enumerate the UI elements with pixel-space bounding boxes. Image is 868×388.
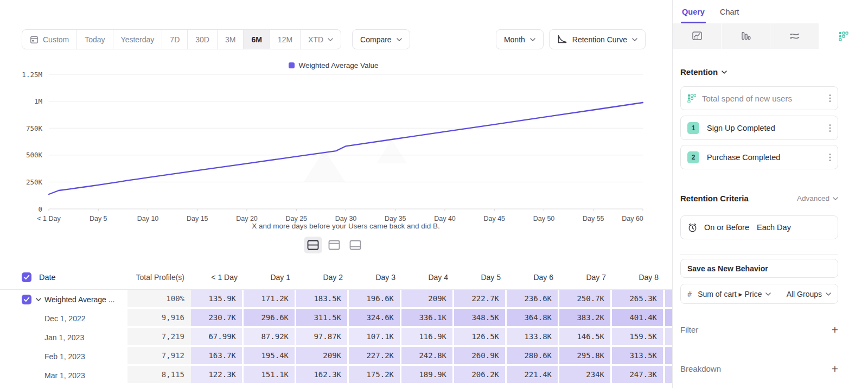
column-header-day-6[interactable]: Day 6 [507,265,559,289]
table-cell[interactable]: 175.2K [349,366,401,385]
table-cell[interactable]: 221.4K [507,366,559,385]
criteria-card[interactable]: On or Before Each Day [680,215,838,239]
table-cell[interactable]: 311.5K [296,309,349,328]
tab-query[interactable]: Query [682,0,705,23]
table-cell[interactable]: 383.2K [559,309,612,328]
table-cell[interactable]: 196.6K [349,290,401,309]
retention-line-series[interactable] [49,103,643,194]
table-cell[interactable]: 107.1K [349,328,401,347]
behavior-card[interactable]: Total spend of new users [680,86,838,110]
table-cell[interactable]: 296.6K [244,309,296,328]
step-event-label[interactable]: Purchase Completed [707,153,780,162]
table-cell[interactable]: 171.2K [244,290,296,309]
chart-type-tab-bar[interactable] [722,23,770,49]
column-header-day-1[interactable]: Day 1 [244,265,296,289]
compare-button[interactable]: Compare [352,29,410,49]
table-cell[interactable]: 236.6K [507,290,559,309]
criteria-condition[interactable]: On or Before [704,223,749,232]
chart-type-tab-flows[interactable] [770,23,819,49]
date-range-3m[interactable]: 3M [217,30,243,49]
add-breakdown-button[interactable]: + [832,363,838,374]
column-header-day-7[interactable]: Day 7 [559,265,612,289]
column-header-day-5[interactable]: Day 5 [454,265,507,289]
save-behavior-button[interactable]: Save as New Behavior [680,259,838,278]
table-cell[interactable]: 260.9K [454,347,507,366]
row-checkbox[interactable] [22,295,31,304]
table-cell[interactable]: 295.8K [559,347,612,366]
column-header--1-day[interactable]: < 1 Day [191,265,244,289]
date-range-30d[interactable]: 30D [187,30,217,49]
table-cell[interactable]: 324.6K [349,309,401,328]
row-label[interactable]: Jan 1, 2023 [44,333,127,342]
granularity-button[interactable]: Month [496,29,544,49]
table-view-toggle[interactable] [346,237,365,253]
date-range-xtd[interactable]: XTD [300,30,341,49]
table-cell[interactable]: 189.9K [401,366,454,385]
group-dropdown[interactable]: All Groups [787,290,831,298]
kebab-menu-icon[interactable] [829,153,831,162]
table-cell[interactable]: 122.3K [191,366,244,385]
chart-legend[interactable]: Weighted Average Value [22,61,646,69]
chart-view-toggle[interactable] [325,237,343,253]
table-cell[interactable]: 162.3K [296,366,349,385]
table-cell[interactable]: 163.7K [191,347,244,366]
table-cell[interactable]: 195.4K [244,347,296,366]
date-range-7d[interactable]: 7D [162,30,187,49]
table-cell[interactable]: 206.2K [454,366,507,385]
chart-type-tab-retention[interactable] [819,23,868,49]
table-cell[interactable]: 67.99K [191,328,244,347]
table-cell[interactable]: 97.87K [296,328,349,347]
behavior-step[interactable]: 1Sign Up Completed [680,116,838,140]
column-header-date[interactable]: Date [33,273,127,282]
date-range-12m[interactable]: 12M [270,30,300,49]
date-range-today[interactable]: Today [76,30,112,49]
column-header-day-4[interactable]: Day 4 [401,265,454,289]
table-cell[interactable]: 159.5K [612,328,665,347]
table-cell[interactable]: 135.9K [191,290,244,309]
kebab-menu-icon[interactable] [829,94,831,103]
column-header-day-3[interactable]: Day 3 [349,265,401,289]
select-all-checkbox[interactable] [22,272,31,282]
kebab-menu-icon[interactable] [829,124,831,132]
date-range-yesterday[interactable]: Yesterday [113,30,162,49]
split-view-toggle[interactable] [304,237,322,253]
column-header-day-2[interactable]: Day 2 [296,265,349,289]
step-event-label[interactable]: Sign Up Completed [707,124,775,132]
retention-line-chart[interactable]: 0250K500K750K1M1.25M< 1 DayDay 5Day 10Da… [0,69,668,232]
tab-chart[interactable]: Chart [720,0,739,23]
measure-dropdown[interactable]: Sum of cart ▸ Price [698,290,771,298]
table-cell[interactable]: 151.1K [244,366,296,385]
row-label[interactable]: Mar 1, 2023 [44,371,127,380]
row-label[interactable]: Feb 1, 2023 [44,352,127,361]
table-cell[interactable]: 401.4K [612,309,665,328]
table-cell[interactable]: 183.5K [296,290,349,309]
table-cell[interactable]: 126.5K [454,328,507,347]
row-label[interactable]: Dec 1, 2022 [44,314,127,323]
behavior-step[interactable]: 2Purchase Completed [680,145,838,169]
table-cell[interactable]: 209K [401,290,454,309]
criteria-mode-dropdown[interactable]: Advanced [797,194,838,202]
table-cell[interactable]: 242.8K [401,347,454,366]
table-cell[interactable]: 227.2K [349,347,401,366]
chart-type-tab-insights[interactable] [673,23,722,49]
table-cell[interactable]: 209K [296,347,349,366]
retention-section-header[interactable]: Retention [680,67,838,77]
column-header-total[interactable]: Total Profile(s) [127,265,191,289]
table-cell[interactable]: 146.5K [559,328,612,347]
criteria-value[interactable]: Each Day [757,223,791,232]
table-cell[interactable]: 87.92K [244,328,296,347]
table-cell[interactable]: 280.6K [507,347,559,366]
table-cell[interactable]: 250.7K [559,290,612,309]
date-range-6m[interactable]: 6M [243,30,269,49]
table-cell[interactable]: 348.5K [454,309,507,328]
add-filter-button[interactable]: + [832,324,838,335]
table-cell[interactable]: 336.1K [401,309,454,328]
row-expander-icon[interactable] [36,298,41,301]
row-label[interactable]: Weighted Average ... [44,295,127,304]
table-cell[interactable]: 230.7K [191,309,244,328]
date-range-custom[interactable]: Custom [22,30,76,49]
table-cell[interactable]: 247.3K [612,366,665,385]
chart-type-button[interactable]: Retention Curve [549,29,646,49]
table-cell[interactable]: 265.3K [612,290,665,309]
column-header-day-8[interactable]: Day 8 [612,265,665,289]
